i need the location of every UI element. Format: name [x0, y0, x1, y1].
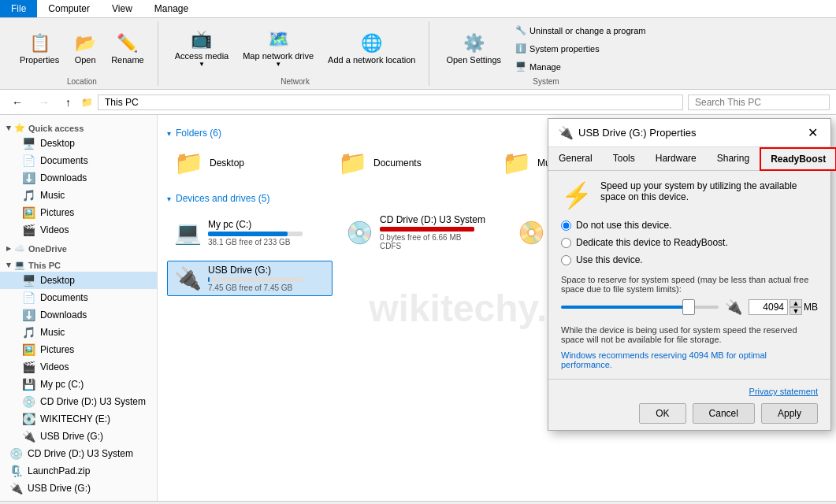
- dialog-footer: Privacy statement OK Cancel Apply: [548, 379, 830, 430]
- cancel-button[interactable]: Cancel: [693, 403, 755, 424]
- spinner-down-button[interactable]: ▼: [790, 307, 802, 315]
- dialog-note: While the device is being used for syste…: [561, 325, 818, 344]
- radio-use-this-input[interactable]: [561, 255, 571, 265]
- radio-group: Do not use this device. Dedicate this de…: [561, 220, 818, 265]
- dialog-tab-hardware[interactable]: Hardware: [645, 147, 707, 171]
- spinner-input[interactable]: 4094: [749, 299, 788, 315]
- dialog-intro-icon: ⚡: [561, 180, 593, 210]
- dialog-tab-bar: General Tools Hardware Sharing ReadyBoos…: [548, 147, 830, 171]
- radio-do-not-use-input[interactable]: [561, 220, 571, 231]
- radio-use-this[interactable]: Use this device.: [561, 254, 818, 265]
- dialog-tab-readyboost[interactable]: ReadyBoost: [760, 147, 836, 171]
- privacy-link[interactable]: Privacy statement: [749, 387, 818, 396]
- ok-button[interactable]: OK: [639, 403, 686, 424]
- radio-use-this-label: Use this device.: [576, 254, 643, 265]
- dialog-title-content: 🔌 USB Drive (G:) Properties: [558, 125, 697, 140]
- radio-do-not-use[interactable]: Do not use this device.: [561, 220, 818, 231]
- dialog-body: ⚡ Speed up your system by utilizing the …: [548, 171, 830, 379]
- apply-button[interactable]: Apply: [761, 403, 818, 424]
- radio-dedicate-input[interactable]: [561, 238, 571, 248]
- radio-dedicate-label: Dedicate this device to ReadyBoost.: [576, 237, 728, 248]
- dialog-tab-sharing[interactable]: Sharing: [707, 147, 760, 171]
- dialog-close-button[interactable]: ✕: [804, 125, 821, 140]
- dialog-tab-tools[interactable]: Tools: [603, 147, 645, 171]
- dialog-recommend: Windows recommends reserving 4094 MB for…: [561, 350, 818, 369]
- dialog-buttons: OK Cancel Apply: [561, 403, 818, 424]
- spinner: 4094 ▲ ▼ MB: [749, 299, 818, 315]
- usb-properties-dialog: 🔌 USB Drive (G:) Properties ✕ General To…: [548, 118, 831, 431]
- slider-fill: [561, 306, 695, 309]
- dialog-intro-text: Speed up your system by utilizing the av…: [600, 180, 818, 202]
- dialog-title-text: USB Drive (G:) Properties: [578, 127, 697, 139]
- slider-track[interactable]: [561, 306, 719, 309]
- spinner-up-button[interactable]: ▲: [790, 299, 802, 307]
- dialog-intro: ⚡ Speed up your system by utilizing the …: [561, 180, 818, 210]
- dialog-overlay: 🔌 USB Drive (G:) Properties ✕ General To…: [0, 0, 836, 504]
- space-label: Space to reserve for system speed (may b…: [561, 275, 818, 294]
- slider-usb-icon: 🔌: [725, 298, 742, 316]
- dialog-tab-general[interactable]: General: [548, 147, 603, 171]
- privacy-link-container: Privacy statement: [561, 386, 818, 397]
- dialog-title-bar: 🔌 USB Drive (G:) Properties ✕: [548, 119, 830, 147]
- radio-dedicate[interactable]: Dedicate this device to ReadyBoost.: [561, 237, 818, 248]
- slider-thumb[interactable]: [682, 299, 695, 315]
- slider-row: 🔌 4094 ▲ ▼ MB: [561, 298, 818, 316]
- spinner-buttons: ▲ ▼: [790, 299, 802, 315]
- dialog-title-icon: 🔌: [558, 125, 574, 140]
- radio-do-not-use-label: Do not use this device.: [576, 220, 671, 231]
- spinner-unit: MB: [804, 302, 818, 313]
